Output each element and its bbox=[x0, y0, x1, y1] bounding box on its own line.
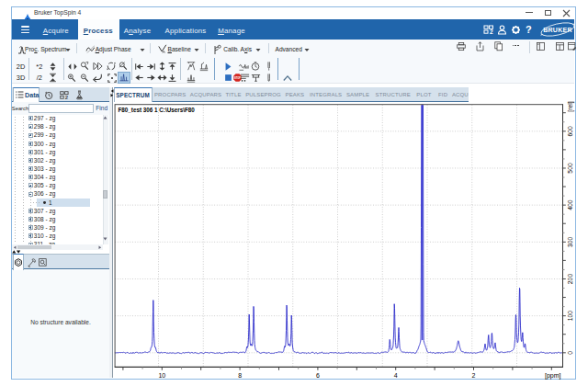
svg-text:300: 300 bbox=[567, 236, 573, 247]
svg-text:4: 4 bbox=[394, 372, 398, 379]
svg-text:100: 100 bbox=[567, 311, 573, 322]
svg-text:[ppm]: [ppm] bbox=[545, 372, 561, 380]
svg-text:200: 200 bbox=[567, 274, 573, 285]
svg-text:[rel]: [rel] bbox=[567, 101, 574, 111]
svg-text:2: 2 bbox=[472, 372, 476, 379]
svg-text:0: 0 bbox=[567, 351, 573, 355]
svg-text:6: 6 bbox=[316, 372, 320, 379]
svg-text:400: 400 bbox=[567, 199, 573, 210]
svg-text:600: 600 bbox=[567, 126, 573, 137]
svg-text:8: 8 bbox=[238, 372, 242, 379]
svg-text:500: 500 bbox=[567, 163, 573, 174]
svg-text:F80_test 306 1 C:\Users\F80: F80_test 306 1 C:\Users\F80 bbox=[119, 107, 196, 113]
svg-text:10: 10 bbox=[158, 372, 165, 379]
